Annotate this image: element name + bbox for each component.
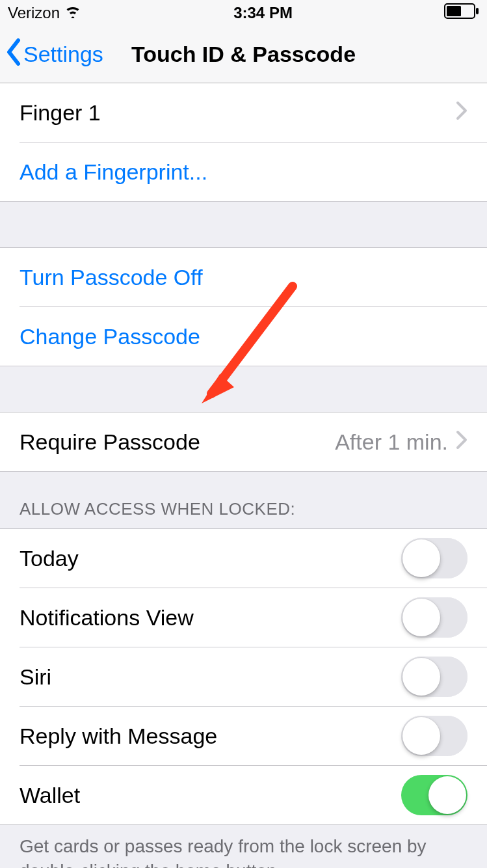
- allow-notifications-switch[interactable]: [401, 597, 467, 638]
- change-passcode-row[interactable]: Change Passcode: [0, 307, 487, 366]
- allow-notifications-row: Notifications View: [0, 588, 487, 647]
- status-time: 3:34 PM: [233, 4, 293, 22]
- allow-today-row: Today: [0, 529, 487, 588]
- svg-rect-2: [476, 8, 479, 14]
- allow-today-label: Today: [20, 546, 401, 571]
- allow-access-group: Today Notifications View Siri Reply with…: [0, 528, 487, 825]
- allow-wallet-switch[interactable]: [401, 775, 467, 815]
- allow-siri-switch[interactable]: [401, 657, 467, 697]
- require-passcode-label: Require Passcode: [20, 429, 335, 455]
- allow-access-footer: Get cards or passes ready from the lock …: [0, 825, 487, 868]
- allow-wallet-label: Wallet: [20, 783, 401, 808]
- allow-notifications-label: Notifications View: [20, 605, 401, 631]
- allow-reply-row: Reply with Message: [0, 707, 487, 765]
- fingerprint-label: Finger 1: [20, 100, 456, 126]
- wifi-icon: [64, 4, 82, 22]
- add-fingerprint-label: Add a Fingerprint...: [20, 159, 467, 185]
- back-label: Settings: [23, 42, 103, 67]
- allow-siri-row: Siri: [0, 647, 487, 706]
- status-left: Verizon: [8, 4, 82, 22]
- require-passcode-value: After 1 min.: [335, 429, 448, 455]
- turn-passcode-off-row[interactable]: Turn Passcode Off: [0, 248, 487, 306]
- status-bar: Verizon 3:34 PM: [0, 0, 487, 26]
- svg-rect-1: [447, 6, 461, 16]
- allow-access-header: ALLOW ACCESS WHEN LOCKED:: [0, 472, 487, 528]
- allow-wallet-row: Wallet: [0, 766, 487, 824]
- chevron-right-icon: [456, 429, 467, 455]
- turn-passcode-off-label: Turn Passcode Off: [20, 265, 467, 290]
- change-passcode-label: Change Passcode: [20, 324, 467, 349]
- allow-today-switch[interactable]: [401, 538, 467, 578]
- nav-bar: Settings Touch ID & Passcode: [0, 26, 487, 83]
- chevron-left-icon: [5, 38, 22, 71]
- allow-siri-label: Siri: [20, 664, 401, 690]
- fingerprint-row[interactable]: Finger 1: [0, 83, 487, 142]
- allow-reply-switch[interactable]: [401, 716, 467, 756]
- fingerprints-group: Finger 1 Add a Fingerprint...: [0, 83, 487, 202]
- battery-icon: [444, 3, 479, 23]
- group-gap: [0, 202, 487, 247]
- status-right: [444, 3, 479, 23]
- group-gap: [0, 366, 487, 412]
- require-passcode-group: Require Passcode After 1 min.: [0, 412, 487, 472]
- allow-reply-label: Reply with Message: [20, 724, 401, 749]
- carrier-label: Verizon: [8, 4, 60, 22]
- passcode-actions-group: Turn Passcode Off Change Passcode: [0, 247, 487, 366]
- require-passcode-row[interactable]: Require Passcode After 1 min.: [0, 413, 487, 471]
- add-fingerprint-row[interactable]: Add a Fingerprint...: [0, 142, 487, 201]
- back-button[interactable]: Settings: [5, 38, 103, 71]
- chevron-right-icon: [456, 100, 467, 126]
